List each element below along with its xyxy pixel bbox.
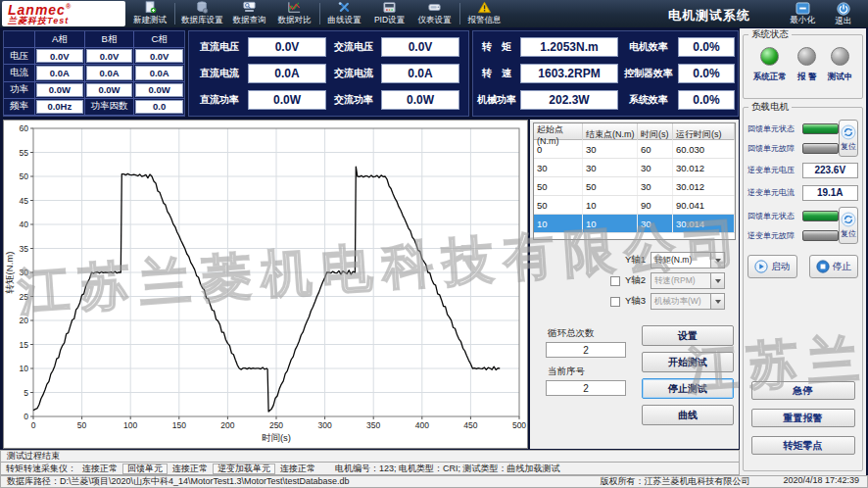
- y1-axis-select[interactable]: 转矩(N.m): [651, 252, 725, 268]
- led-system-ok: 系统正常: [753, 47, 787, 83]
- conn3-unit: 逆变加载单元: [213, 464, 275, 474]
- controller-efficiency-value: 0.0%: [678, 64, 735, 83]
- alarm-info-button[interactable]: 报警信息: [462, 0, 507, 27]
- green-led-icon: [760, 47, 779, 66]
- new-test-button[interactable]: 新建测试: [127, 0, 172, 27]
- toolbar-separator: [174, 3, 175, 24]
- feedback-unit-block-1: 回馈单元状态 回馈单元故障: [747, 119, 858, 158]
- torque-zero-button[interactable]: 转矩零点: [751, 436, 855, 455]
- reset-arrows-icon: [841, 212, 856, 227]
- exit-button[interactable]: 退出: [823, 1, 864, 27]
- data-compare-button[interactable]: 数据对比: [272, 0, 317, 27]
- motor-efficiency-value: 0.0%: [678, 37, 735, 57]
- svg-text:25: 25: [20, 292, 29, 302]
- table-cell: 30: [638, 215, 673, 232]
- table-header-row: 起始点(N.m) 结束点(N.m) 时间(s) 运行时间(s): [534, 123, 735, 140]
- stop-test-button[interactable]: 停止测试: [642, 378, 734, 399]
- reset-arrows-icon: [841, 124, 856, 140]
- compare-chart-icon: [287, 1, 302, 14]
- y3-checkbox[interactable]: [610, 297, 620, 307]
- gray-led-icon: [831, 47, 849, 66]
- motor-info: 电机编号：123; 电机类型：CRI; 测试类型：曲线加载测试: [334, 463, 561, 475]
- col-header: B相: [85, 31, 135, 48]
- y2-checkbox[interactable]: [610, 276, 620, 286]
- dc-voltage-value: 0.0V: [248, 37, 327, 57]
- inverter-current-row: 逆变单元电流 19.1A: [747, 182, 858, 203]
- inverter-voltage-row: 逆变单元电压 223.6V: [747, 160, 858, 180]
- fault-bar-gray: [802, 230, 839, 241]
- table-cell: 30: [583, 159, 638, 176]
- table-row[interactable]: 30303030.012: [534, 159, 735, 177]
- data-query-button[interactable]: 数据查询: [227, 0, 272, 27]
- minimize-icon: [796, 2, 810, 15]
- start-test-button[interactable]: 开始测试: [642, 352, 734, 372]
- table-row[interactable]: 0306060.030: [534, 140, 735, 159]
- svg-text:30: 30: [20, 268, 29, 277]
- table-cell: 60.030: [673, 140, 735, 158]
- svg-text:55: 55: [20, 148, 29, 158]
- emergency-stop-button[interactable]: 急停: [751, 381, 855, 400]
- table-cell: 30: [638, 177, 673, 195]
- chevron-down-icon: [710, 273, 724, 288]
- svg-text:400: 400: [415, 420, 429, 430]
- warning-triangle-icon: [477, 1, 492, 14]
- svg-text:300: 300: [318, 420, 332, 430]
- svg-text:0: 0: [31, 420, 36, 430]
- pid-settings-button[interactable]: PID设置: [367, 0, 412, 27]
- dcac-measurement-panel: 直流电压 0.0V 交流电压 0.0V 直流电流 0.0A 交流电流 0.0A …: [188, 30, 469, 117]
- col-header: A相: [35, 31, 85, 48]
- dc-power-value: 0.0W: [248, 90, 327, 110]
- svg-text:200: 200: [220, 420, 234, 430]
- y2-axis-select[interactable]: 转速(RPM): [651, 272, 725, 289]
- phase-value: 0.0A: [86, 66, 133, 79]
- start-button[interactable]: 启动: [747, 255, 797, 278]
- table-cell: 50: [583, 177, 638, 195]
- system-efficiency-value: 0.0%: [678, 90, 735, 110]
- table-cell: 90: [638, 196, 673, 214]
- stop-button[interactable]: 停止: [809, 255, 859, 278]
- phase-value: 0.0W: [36, 83, 83, 97]
- cycle-info: 循环总次数 2 当前序号 2: [546, 325, 638, 425]
- status-leds: 系统正常 报 警 测试中: [747, 47, 858, 83]
- minimize-button[interactable]: 最小化: [782, 1, 823, 27]
- conn3-status: 连接正常: [279, 463, 316, 475]
- stop-icon: [816, 260, 830, 273]
- frequency-value: 0.0Hz: [36, 100, 83, 114]
- reset-button-1[interactable]: 复位: [839, 120, 858, 157]
- meter-settings-button[interactable]: 仪表设置: [412, 0, 458, 27]
- row-label: 电流: [4, 65, 35, 81]
- col-header: C相: [134, 31, 184, 48]
- curve-button[interactable]: 曲线: [642, 405, 734, 425]
- torque-time-chart: 0501001502002503003504004505000510152025…: [3, 120, 528, 449]
- search-icon: [242, 1, 257, 14]
- svg-text:450: 450: [463, 420, 477, 430]
- led-testing: 测试中: [828, 47, 853, 83]
- reset-button-2[interactable]: 复位: [839, 207, 858, 244]
- table-cell: 30.012: [673, 177, 735, 195]
- svg-text:35: 35: [20, 244, 29, 254]
- inverter-voltage-value: 223.6V: [802, 163, 859, 178]
- cycle-current-value: 2: [546, 380, 626, 396]
- phase-value: 0.0W: [86, 83, 133, 97]
- system-status-group: 系统状态 系统正常 报 警 测试中: [743, 34, 863, 99]
- svg-text:10: 10: [20, 364, 29, 373]
- reset-alarm-button[interactable]: 重置报警: [751, 409, 855, 427]
- conn2-unit: 回馈单元: [122, 464, 168, 474]
- table-cell: 30: [534, 159, 583, 176]
- table-row[interactable]: 10103030.014: [534, 215, 735, 233]
- y3-axis-select[interactable]: 机械功率(W): [651, 293, 725, 310]
- led-alarm: 报 警: [797, 47, 816, 83]
- lanmec-logo: Lanmec® 兰菱科技Test: [2, 1, 125, 26]
- svg-text:45: 45: [20, 196, 29, 206]
- axis-selectors: Y轴1 转矩(N.m) Y轴2 转速(RPM) Y轴3 机械功率(W): [530, 250, 739, 312]
- settings-button[interactable]: 设置: [642, 325, 734, 346]
- test-control-panel: 起始点(N.m) 结束点(N.m) 时间(s) 运行时间(s) 0306060.…: [530, 120, 739, 449]
- phase-value: 0.0V: [135, 49, 183, 63]
- database-icon: [195, 1, 210, 14]
- table-row[interactable]: 50503030.012: [534, 177, 735, 196]
- tools-icon: [337, 1, 352, 14]
- curve-settings-button[interactable]: 曲线设置: [322, 0, 367, 27]
- db-settings-button[interactable]: 数据库设置: [177, 0, 227, 27]
- table-row[interactable]: 50109090.041: [534, 196, 735, 215]
- start-stop-row: 启动 停止: [747, 255, 858, 278]
